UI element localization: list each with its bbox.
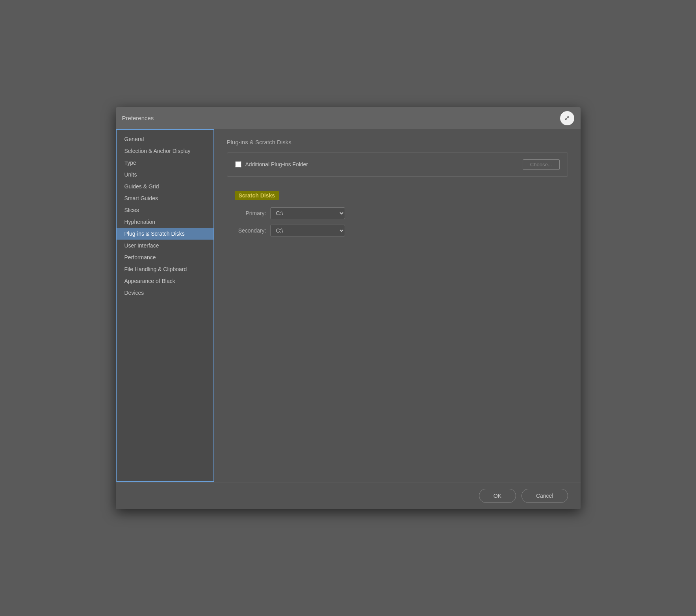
main-content: Plug-ins & Scratch Disks Additional Plug…: [214, 129, 581, 482]
sidebar-item-units[interactable]: Units: [117, 169, 213, 181]
sidebar-item-performance[interactable]: Performance: [117, 251, 213, 263]
secondary-label: Secondary:: [235, 227, 266, 234]
additional-plugins-row: Additional Plug-ins Folder Choose...: [235, 159, 560, 170]
primary-disk-select[interactable]: C:\D:\None: [270, 207, 345, 219]
cancel-button[interactable]: Cancel: [522, 489, 568, 503]
sidebar-item-smart-guides[interactable]: Smart Guides: [117, 192, 213, 204]
titlebar: Preferences ⤢: [116, 107, 581, 129]
scratch-disks-label: Scratch Disks: [235, 191, 279, 200]
sidebar-item-appearance-black[interactable]: Appearance of Black: [117, 275, 213, 287]
secondary-disk-select[interactable]: C:\D:\None: [270, 225, 345, 236]
dialog-footer: OK Cancel: [116, 482, 581, 509]
primary-disk-row: Primary: C:\D:\None: [235, 207, 560, 219]
primary-label: Primary:: [235, 210, 266, 216]
sidebar-item-guides-grid[interactable]: Guides & Grid: [117, 181, 213, 192]
sidebar-item-general[interactable]: General: [117, 133, 213, 145]
ok-button[interactable]: OK: [479, 489, 516, 503]
sidebar: GeneralSelection & Anchor DisplayTypeUni…: [116, 129, 214, 482]
sidebar-item-user-interface[interactable]: User Interface: [117, 240, 213, 251]
sidebar-item-selection-anchor[interactable]: Selection & Anchor Display: [117, 145, 213, 157]
sidebar-item-slices[interactable]: Slices: [117, 204, 213, 216]
sidebar-item-plugins-scratch[interactable]: Plug-ins & Scratch Disks: [117, 228, 213, 240]
expand-button[interactable]: ⤢: [560, 111, 574, 125]
dialog-body: GeneralSelection & Anchor DisplayTypeUni…: [116, 129, 581, 482]
scratch-disks-section: Scratch Disks Primary: C:\D:\None Second…: [227, 184, 568, 248]
plugins-panel: Additional Plug-ins Folder Choose...: [227, 153, 568, 177]
secondary-disk-row: Secondary: C:\D:\None: [235, 225, 560, 236]
sidebar-item-devices[interactable]: Devices: [117, 287, 213, 299]
additional-plugins-label: Additional Plug-ins Folder: [245, 161, 308, 167]
choose-button[interactable]: Choose...: [523, 159, 560, 170]
sidebar-item-file-handling[interactable]: File Handling & Clipboard: [117, 263, 213, 275]
preferences-dialog: Preferences ⤢ GeneralSelection & Anchor …: [116, 107, 581, 509]
section-title: Plug-ins & Scratch Disks: [227, 139, 568, 145]
sidebar-item-type[interactable]: Type: [117, 157, 213, 169]
dialog-title: Preferences: [122, 115, 154, 121]
sidebar-item-hyphenation[interactable]: Hyphenation: [117, 216, 213, 228]
additional-plugins-checkbox[interactable]: [235, 161, 241, 167]
